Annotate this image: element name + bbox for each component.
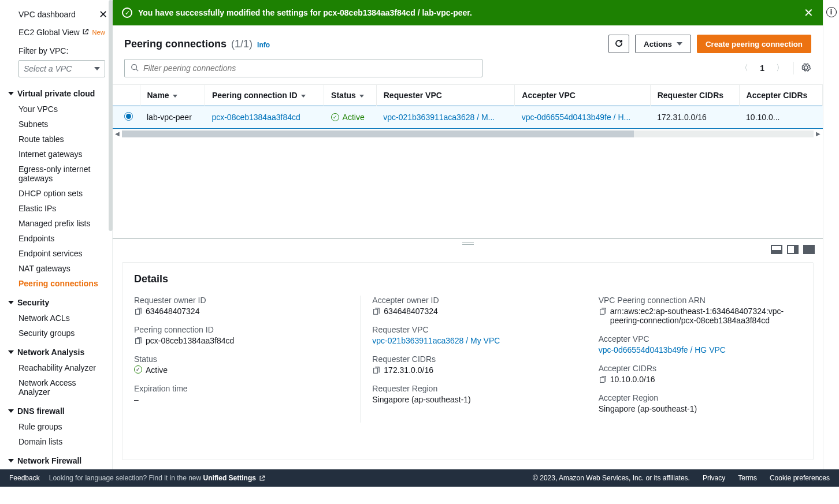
- search-input-wrapper: [124, 59, 482, 77]
- cell-requester-link[interactable]: vpc-021b363911aca3628 / M...: [376, 106, 515, 129]
- dismiss-notification-button[interactable]: ✕: [804, 6, 814, 20]
- sidebar-item[interactable]: Rule groups: [8, 419, 112, 434]
- cell-accepter-link[interactable]: vpc-0d66554d0413b49fe / H...: [515, 106, 650, 129]
- sidebar-item[interactable]: Elastic IPs: [8, 201, 112, 216]
- unified-settings-link[interactable]: Unified Settings: [203, 474, 256, 482]
- field-label: Accepter owner ID: [372, 296, 575, 305]
- sidebar-item[interactable]: Endpoints: [8, 231, 112, 246]
- main: ✓ You have successfully modified the set…: [113, 0, 823, 469]
- nav-section-heading[interactable]: Security: [8, 294, 112, 311]
- col-name[interactable]: Name: [140, 85, 205, 106]
- cookie-link[interactable]: Cookie preferences: [770, 474, 830, 482]
- field-label: Requester owner ID: [134, 296, 337, 305]
- create-peering-button[interactable]: Create peering connection: [697, 35, 811, 53]
- copy-icon[interactable]: [599, 376, 607, 384]
- field-value: –: [134, 395, 139, 404]
- sidebar-vpc-dashboard[interactable]: VPC dashboard: [18, 10, 76, 19]
- pane-size-half-button[interactable]: [771, 245, 782, 254]
- settings-button[interactable]: [801, 62, 811, 74]
- sidebar-item[interactable]: Security groups: [8, 326, 112, 341]
- field-label: Requester Region: [372, 384, 575, 393]
- close-icon[interactable]: ✕: [99, 8, 107, 21]
- accepter-vpc-link[interactable]: vpc-0d66554d0413b49fe / HG VPC: [599, 345, 726, 354]
- field-label: Status: [134, 354, 337, 364]
- page-title: Peering connections: [124, 38, 227, 50]
- sidebar-item[interactable]: Your VPCs: [8, 102, 112, 117]
- actions-button[interactable]: Actions: [635, 35, 691, 53]
- pagination: 〈 1 〉: [738, 61, 811, 76]
- field-label: Requester CIDRs: [372, 354, 575, 364]
- table-wrapper: Name Peering connection ID Status Reques…: [113, 84, 823, 129]
- feedback-link[interactable]: Feedback: [9, 474, 40, 482]
- info-icon[interactable]: i: [826, 7, 837, 17]
- refresh-button[interactable]: [608, 35, 629, 53]
- col-accepter[interactable]: Accepter VPC: [515, 85, 650, 106]
- check-circle-icon: ✓: [122, 8, 132, 18]
- chevron-down-icon: [8, 459, 14, 462]
- field-label: VPC Peering connection ARN: [599, 296, 801, 305]
- sidebar-item[interactable]: Managed prefix lists: [8, 216, 112, 231]
- sidebar-item[interactable]: DHCP option sets: [8, 186, 112, 201]
- requester-vpc-link[interactable]: vpc-021b363911aca3628 / My VPC: [372, 336, 500, 345]
- details-pane: Details Requester owner ID 634648407324 …: [113, 238, 823, 469]
- col-req-cidr[interactable]: Requester CIDRs: [650, 85, 739, 106]
- pane-size-full-button[interactable]: [803, 245, 815, 254]
- sidebar-item[interactable]: Network Access Analyzer: [8, 375, 112, 400]
- svg-rect-1: [136, 309, 140, 315]
- scroll-right-icon[interactable]: ▶: [814, 130, 823, 137]
- sidebar-item[interactable]: Peering connections: [8, 276, 112, 291]
- chevron-down-icon: [8, 92, 14, 95]
- pane-size-split-button[interactable]: [787, 245, 799, 254]
- nav-section-heading[interactable]: Network Analysis: [8, 344, 112, 360]
- copy-icon[interactable]: [599, 308, 607, 316]
- copy-icon[interactable]: [134, 308, 142, 316]
- nav-section-heading[interactable]: DNS firewall: [8, 403, 112, 419]
- sidebar-scrollbar[interactable]: [109, 0, 113, 231]
- filter-vpc-placeholder: Select a VPC: [24, 64, 72, 73]
- copy-icon[interactable]: [372, 308, 380, 316]
- sidebar-item[interactable]: Reachability Analyzer: [8, 360, 112, 375]
- peering-connections-table: Name Peering connection ID Status Reques…: [113, 85, 823, 129]
- cell-req-cidr: 172.31.0.0/16: [650, 106, 739, 129]
- sidebar-ec2-global[interactable]: EC2 Global View: [18, 28, 80, 37]
- sidebar-item[interactable]: Domain lists: [8, 434, 112, 449]
- sidebar: VPC dashboard ✕ EC2 Global View New Filt…: [0, 0, 113, 469]
- sidebar-item[interactable]: Internet gateways: [8, 147, 112, 162]
- horizontal-scrollbar[interactable]: ◀ ▶: [113, 129, 823, 138]
- field-value: Active: [146, 365, 168, 375]
- terms-link[interactable]: Terms: [738, 474, 757, 482]
- new-badge: New: [92, 29, 105, 36]
- info-link[interactable]: Info: [257, 41, 270, 49]
- filter-vpc-select[interactable]: Select a VPC: [18, 60, 105, 77]
- copy-icon[interactable]: [372, 367, 380, 375]
- col-requester[interactable]: Requester VPC: [376, 85, 515, 106]
- row-select-radio[interactable]: [124, 112, 133, 121]
- item-count: (1/1): [231, 38, 253, 50]
- svg-rect-6: [600, 378, 604, 383]
- copy-icon[interactable]: [134, 337, 142, 345]
- sidebar-item[interactable]: Route tables: [8, 132, 112, 147]
- table-row[interactable]: lab-vpc-peer pcx-08ceb1384aa3f84cd ✓Acti…: [113, 106, 823, 129]
- pane-drag-handle[interactable]: [113, 239, 823, 248]
- cell-acc-cidr: 10.10.0...: [739, 106, 822, 129]
- external-link-icon: [82, 28, 89, 37]
- col-pcx[interactable]: Peering connection ID: [205, 85, 324, 106]
- sidebar-item[interactable]: NAT gateways: [8, 261, 112, 276]
- field-label: Peering connection ID: [134, 325, 337, 334]
- nav-section-heading[interactable]: Network Firewall: [8, 453, 112, 469]
- search-input[interactable]: [143, 64, 476, 73]
- sidebar-item[interactable]: Subnets: [8, 117, 112, 132]
- sidebar-item[interactable]: Egress-only internet gateways: [8, 162, 112, 186]
- col-acc-cidr[interactable]: Accepter CIDRs: [739, 85, 822, 106]
- sidebar-item[interactable]: Network ACLs: [8, 311, 112, 326]
- sidebar-item[interactable]: Endpoint services: [8, 246, 112, 261]
- col-status[interactable]: Status: [324, 85, 377, 106]
- page-next-button[interactable]: 〉: [774, 61, 786, 76]
- nav-section-heading[interactable]: Virtual private cloud: [8, 85, 112, 102]
- cell-pcx-link[interactable]: pcx-08ceb1384aa3f84cd: [205, 106, 324, 129]
- page-prev-button[interactable]: 〈: [738, 61, 751, 76]
- privacy-link[interactable]: Privacy: [703, 474, 725, 482]
- scroll-left-icon[interactable]: ◀: [113, 130, 122, 137]
- svg-point-0: [132, 64, 137, 69]
- copyright: © 2023, Amazon Web Services, Inc. or its…: [533, 474, 690, 482]
